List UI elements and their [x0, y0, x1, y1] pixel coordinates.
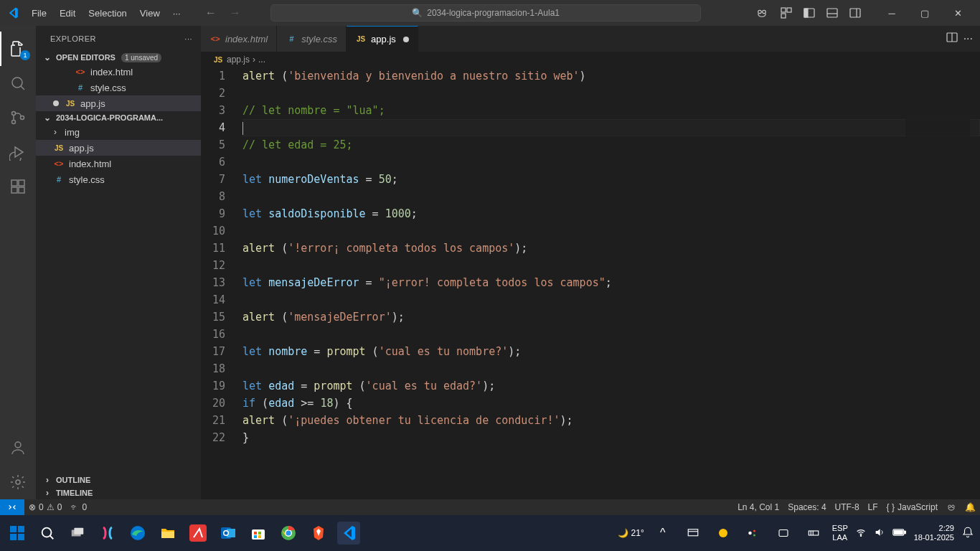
taskbar-outlook-icon[interactable]: [217, 522, 240, 545]
wifi-icon[interactable]: [855, 527, 867, 540]
activity-explorer[interactable]: 1: [0, 32, 36, 66]
status-eol[interactable]: LF: [864, 499, 882, 515]
timeline-section[interactable]: › TIMELINE: [36, 486, 201, 499]
editor-tab[interactable]: <>index.html: [201, 26, 277, 52]
status-indentation[interactable]: Spaces: 4: [783, 499, 830, 515]
status-copilot-icon[interactable]: [942, 499, 961, 515]
code-line[interactable]: [242, 257, 980, 274]
activity-search[interactable]: [0, 66, 36, 100]
sidebar-more-icon[interactable]: ···: [184, 34, 192, 43]
taskbar-tray4-icon[interactable]: [772, 522, 795, 545]
code-editor[interactable]: 12345678910111213141516171819202122 aler…: [201, 67, 980, 499]
start-button[interactable]: [6, 522, 29, 545]
taskbar-tray-chevron-icon[interactable]: ^: [651, 522, 674, 545]
taskbar-copilot-icon[interactable]: [96, 522, 119, 545]
open-editors-section[interactable]: ⌄ OPEN EDITORS 1 unsaved: [36, 51, 201, 64]
taskbar-weather[interactable]: 🌙 21°: [618, 528, 644, 538]
code-line[interactable]: let edad = prompt ('cual es tu edad?');: [242, 377, 980, 395]
menu-view[interactable]: View: [134, 5, 166, 22]
remote-indicator[interactable]: [0, 499, 24, 515]
volume-icon[interactable]: [874, 527, 885, 540]
taskbar-store-icon[interactable]: [247, 522, 270, 545]
taskbar-taskview-icon[interactable]: [66, 522, 89, 545]
project-section[interactable]: ⌄ 2034-LOGICA-PROGRAMA...: [36, 111, 201, 124]
code-line[interactable]: // let edad = 25;: [242, 136, 980, 154]
panel-left-icon[interactable]: [799, 3, 819, 23]
code-line[interactable]: let nombre = prompt ('cual es tu nombre?…: [242, 343, 980, 360]
code-line[interactable]: [242, 154, 980, 171]
maximize-button[interactable]: ▢: [908, 0, 941, 26]
code-line[interactable]: [242, 85, 980, 102]
nav-back-icon[interactable]: ←: [201, 4, 221, 22]
taskbar-tray1-icon[interactable]: [682, 522, 705, 545]
nav-forward-icon[interactable]: →: [225, 4, 245, 22]
taskbar-tray5-icon[interactable]: [802, 522, 825, 545]
code-line[interactable]: [242, 188, 980, 205]
project-file-item[interactable]: #style.css: [36, 171, 201, 187]
open-editor-item[interactable]: <>index.html: [36, 64, 201, 80]
split-editor-icon[interactable]: [946, 32, 958, 46]
outline-section[interactable]: › OUTLINE: [36, 474, 201, 486]
code-line[interactable]: alert ('bienvenida y bienvenido a nuestr…: [242, 67, 980, 85]
code-line[interactable]: let numeroDeVentas = 50;: [242, 171, 980, 188]
editor-tab[interactable]: JSapp.js: [347, 26, 418, 52]
breadcrumb[interactable]: JS app.js › ...: [201, 52, 980, 67]
code-line[interactable]: }: [242, 429, 980, 446]
status-language[interactable]: { }JavaScript: [882, 499, 942, 515]
code-line[interactable]: [242, 326, 980, 343]
code-line[interactable]: let mensajeDeError = "¡error! completa t…: [242, 274, 980, 291]
taskbar-search-icon[interactable]: [36, 522, 59, 545]
tab-more-icon[interactable]: ···: [963, 32, 973, 45]
taskbar-tray3-icon[interactable]: [742, 522, 765, 545]
status-encoding[interactable]: UTF-8: [831, 499, 864, 515]
taskbar-app1-icon[interactable]: [187, 522, 209, 545]
panel-right-icon[interactable]: [845, 3, 865, 23]
activity-account[interactable]: [0, 430, 36, 465]
code-line[interactable]: [242, 360, 980, 377]
menu-edit[interactable]: Edit: [54, 5, 81, 22]
taskbar-edge-icon[interactable]: [126, 522, 149, 545]
code-line[interactable]: [242, 119, 980, 136]
project-file-item[interactable]: JSapp.js: [36, 140, 201, 156]
battery-icon[interactable]: [892, 527, 907, 540]
activity-extensions[interactable]: [0, 169, 36, 204]
menu-file[interactable]: File: [26, 5, 52, 22]
copilot-icon[interactable]: [752, 3, 772, 23]
taskbar-tray2-icon[interactable]: [712, 522, 735, 545]
code-line[interactable]: [242, 291, 980, 309]
code-line[interactable]: let saldoDisponible = 1000;: [242, 205, 980, 222]
code-line[interactable]: alert ('mensajeDeError');: [242, 309, 980, 326]
status-ports[interactable]: ᯤ0: [66, 499, 91, 515]
code-line[interactable]: alert ('¡puedes obtener tu licencia de c…: [242, 412, 980, 429]
open-editor-item[interactable]: #style.css: [36, 80, 201, 95]
taskbar-vscode-icon[interactable]: [337, 522, 360, 545]
menu-selection[interactable]: Selection: [83, 5, 132, 22]
taskbar-clock[interactable]: 2:29 18-01-2025: [914, 524, 954, 542]
notifications-icon[interactable]: [961, 526, 974, 540]
close-button[interactable]: ✕: [941, 0, 974, 26]
panel-bottom-icon[interactable]: [822, 3, 842, 23]
activity-debug[interactable]: [0, 135, 36, 169]
minimap[interactable]: [905, 109, 970, 195]
taskbar-chrome-icon[interactable]: [277, 522, 300, 545]
minimize-button[interactable]: ─: [875, 0, 908, 26]
command-center[interactable]: 🔍 2034-logica-programacion-1-Aula1: [270, 4, 701, 22]
code-line[interactable]: if (edad >= 18) {: [242, 395, 980, 412]
code-line[interactable]: alert ('!error¡ completa todos los campo…: [242, 240, 980, 257]
editor-tab[interactable]: #style.css: [277, 26, 347, 52]
open-editor-item[interactable]: JSapp.js: [36, 95, 201, 111]
activity-settings[interactable]: [0, 465, 36, 499]
project-file-item[interactable]: <>index.html: [36, 156, 201, 171]
status-bell-icon[interactable]: 🔔: [961, 499, 980, 515]
code-line[interactable]: // let nombre = "lua";: [242, 102, 980, 119]
code-line[interactable]: [242, 222, 980, 240]
status-problems[interactable]: ⊗0 ⚠0: [24, 499, 66, 515]
taskbar-language[interactable]: ESP LAA: [832, 524, 848, 542]
activity-source-control[interactable]: [0, 100, 36, 135]
folder-img[interactable]: › img: [36, 124, 201, 140]
layout-customize-icon[interactable]: [776, 3, 796, 23]
status-cursor-position[interactable]: Ln 4, Col 1: [733, 499, 783, 515]
taskbar-brave-icon[interactable]: [307, 522, 330, 545]
menu-more-icon[interactable]: ···: [167, 5, 187, 22]
taskbar-explorer-icon[interactable]: [156, 522, 179, 545]
